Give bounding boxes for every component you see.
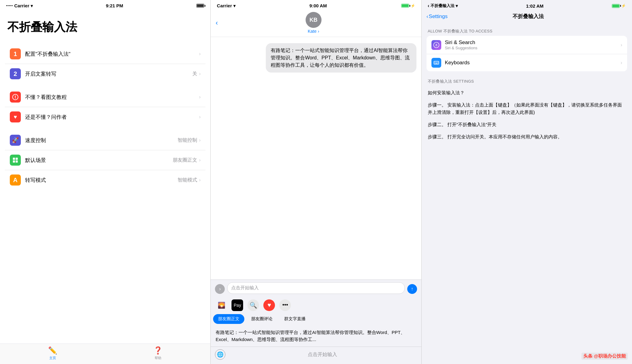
tab-help-label: 帮助 <box>155 356 161 360</box>
back-label: Settings <box>429 13 447 20</box>
contact-name-text: Kate <box>308 29 317 34</box>
settings-nav: ‹ Settings 不折叠输入法 <box>422 10 632 24</box>
back-chevron-icon: ‹ <box>427 13 428 20</box>
step1-text: 步骤一。 安装输入法：点击上面【键盘】（如果此界面没有【键盘】，请切换至系统多任… <box>428 101 626 116</box>
contact-info: KB Kate › <box>218 12 409 34</box>
setup-icon: 1 <box>10 48 21 59</box>
applepay-icon[interactable]: Pay <box>231 299 243 311</box>
setup-chevron: › <box>199 51 201 57</box>
app-header: 不折叠输入法 <box>0 10 210 44</box>
siri-title: Siri & Search <box>445 39 621 46</box>
mode-tab-post-label: 朋友圈正文 <box>218 316 239 321</box>
tab-help-icon: ❓ <box>153 346 163 355</box>
mode-tab-broadcast[interactable]: 群文字直播 <box>279 314 310 324</box>
speed-icon: 🚀 <box>10 135 21 146</box>
app-settings-header: 不折叠输入法 SETTINGS <box>422 74 632 86</box>
keyboards-title: Keyboards <box>445 60 621 66</box>
tab-home[interactable]: ✏️ 主页 <box>0 346 105 360</box>
menu-item-tutorial[interactable]: 不懂？看图文教程 › <box>5 87 205 107</box>
bottom-input-row: 🌐 点击开始输入 <box>211 347 421 364</box>
expand-button[interactable]: › <box>215 284 225 294</box>
time-label: 9:21 PM <box>106 3 123 8</box>
globe-button[interactable]: 🌐 <box>215 349 225 360</box>
input-toolbar: › 点击开始输入 ↑ 🌄 Pay 🔍 ♥ ••• 朋友圈正文 朋友圈评论 <box>211 280 421 364</box>
svg-rect-2 <box>15 98 16 99</box>
ask-icon: ♥ <box>10 111 21 122</box>
tutorial-chevron: › <box>199 94 201 100</box>
menu-item-scene[interactable]: 默认场景 朋友圈正文 › <box>5 150 205 170</box>
contact-name[interactable]: Kate › <box>218 29 409 34</box>
avatar-2: KB <box>306 12 322 28</box>
generated-text: 有路笔记：一个一站式智能知识管理平台，通过AI智能算法帮你管理知识。整合Word… <box>216 330 405 342</box>
message-text: 有路笔记：一个一站式智能知识管理平台，通过AI智能算法帮你管理知识。整合Word… <box>271 48 410 68</box>
siri-subtitle: Siri & Suggestions <box>445 46 621 50</box>
mode-icon: A <box>10 174 21 186</box>
speed-value: 智能控制 <box>178 137 197 144</box>
siri-row[interactable]: Siri & Search Siri & Suggestions › <box>427 36 627 54</box>
keyboards-row[interactable]: Keyboards › <box>427 54 627 71</box>
step3-content: 打开完全访问开关。本应用不存储任何用户输入的内容。 <box>447 134 562 139</box>
message-textbox[interactable]: 点击开始输入 <box>227 282 404 294</box>
more-icon[interactable]: ••• <box>279 299 291 311</box>
scene-value: 朋友圈正文 <box>173 157 197 163</box>
battery2-icon <box>401 4 409 8</box>
menu-item-mode[interactable]: A 转写模式 智能模式 › <box>5 170 205 190</box>
allow-settings-group: Siri & Search Siri & Suggestions › <box>427 36 627 71</box>
allow-section-header: ALLOW 不折叠输入法 TO ACCESS <box>422 24 632 36</box>
applepay-label: Pay <box>234 303 241 308</box>
mode-chevron: › <box>199 177 201 183</box>
watermark: 头条 @职场办公技能 <box>581 353 628 360</box>
mode-tab-comment-label: 朋友圈评论 <box>251 316 273 321</box>
menu-section-2: 不懂？看图文教程 › ♥ 还是不懂？问作者 › <box>5 87 205 127</box>
menu-section-1: 1 配置"不折叠输入法" › 2 开启文案转写 关 › <box>5 44 205 84</box>
svg-rect-9 <box>434 62 435 63</box>
keyboards-icon <box>431 58 441 68</box>
step2-text: 步骤二。 打开"不折叠输入法"开关 <box>428 121 626 128</box>
svg-rect-5 <box>13 160 15 163</box>
settings-back-button[interactable]: ‹ Settings <box>427 13 448 20</box>
step3-text: 步骤三。 打开完全访问开关。本应用不存储任何用户输入的内容。 <box>428 133 626 141</box>
ask-label: 还是不懂？问作者 <box>25 114 199 121</box>
keyboards-chevron: › <box>621 60 622 66</box>
toolbar-apps-row: 🌄 Pay 🔍 ♥ ••• <box>211 296 421 314</box>
battery3-icon <box>612 4 620 8</box>
back-arrow-status: ‹ <box>428 3 429 9</box>
back-button-2[interactable]: ‹ <box>216 19 218 27</box>
wifi-icon: ▾ <box>31 3 33 8</box>
siri-text: Siri & Search Siri & Suggestions <box>445 39 621 50</box>
photos-icon[interactable]: 🌄 <box>216 299 227 311</box>
menu-item-transcribe[interactable]: 2 开启文案转写 关 › <box>5 64 205 84</box>
status-bar-1: ••••• Carrier ▾ 9:21 PM <box>0 0 210 10</box>
scene-chevron: › <box>199 157 201 163</box>
siri-chevron: › <box>621 42 622 48</box>
svg-rect-1 <box>15 96 16 98</box>
transcribe-chevron: › <box>199 71 201 77</box>
messages-area: 有路笔记：一个一站式智能知识管理平台，通过AI智能算法帮你管理知识。整合Word… <box>211 37 421 280</box>
svg-rect-15 <box>438 63 438 64</box>
wifi2-icon: ▾ <box>233 3 235 8</box>
app-title: 不折叠输入法 <box>7 16 203 41</box>
menu-item-setup[interactable]: 1 配置"不折叠输入法" › <box>5 44 205 64</box>
tab-home-icon: ✏️ <box>48 346 57 355</box>
time3-label: 1:02 AM <box>526 3 544 9</box>
tab-home-label: 主页 <box>49 356 56 360</box>
transcribe-icon: 2 <box>10 68 21 79</box>
mode-tab-post[interactable]: 朋友圈正文 <box>213 314 244 324</box>
svg-rect-12 <box>438 62 438 63</box>
send-button[interactable]: ↑ <box>407 284 417 294</box>
charging2-icon: ⚡ <box>411 4 415 8</box>
step1-title: 步骤一。 <box>428 102 446 107</box>
tab-help[interactable]: ❓ 帮助 <box>105 346 211 360</box>
menu-item-speed[interactable]: 🚀 速度控制 智能控制 › <box>5 130 205 150</box>
heart-app-icon[interactable]: ♥ <box>263 299 275 311</box>
status-bar-2: Carrier ▾ 9:00 AM ⚡ <box>211 0 421 10</box>
search-app-icon[interactable]: 🔍 <box>247 299 259 311</box>
mode-label: 转写模式 <box>25 177 178 184</box>
menu-item-ask[interactable]: ♥ 还是不懂？问作者 › <box>5 107 205 127</box>
speed-label: 速度控制 <box>25 137 178 144</box>
mode-tab-comment[interactable]: 朋友圈评论 <box>246 314 277 324</box>
transcribe-value: 关 <box>192 71 197 77</box>
input-placeholder-text[interactable]: 点击开始输入 <box>228 351 417 358</box>
svg-rect-13 <box>434 63 435 64</box>
mode-value: 智能模式 <box>178 177 197 183</box>
